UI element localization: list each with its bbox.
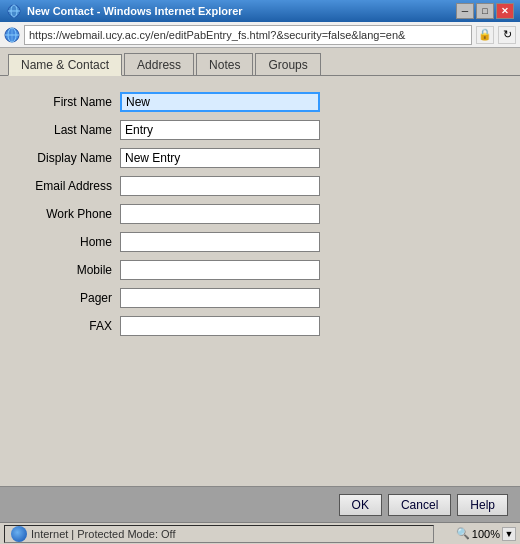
form-row: Work Phone <box>20 204 500 224</box>
form-row: FAX <box>20 316 500 336</box>
browser-window: New Contact - Windows Internet Explorer … <box>0 0 520 544</box>
zoom-panel: 🔍 100% ▼ <box>436 527 516 541</box>
tab-name-&-contact[interactable]: Name & Contact <box>8 54 122 76</box>
field-label-work-phone: Work Phone <box>20 207 120 221</box>
form-row: Email Address <box>20 176 500 196</box>
zoom-level: 100% <box>472 528 500 540</box>
restore-button[interactable]: □ <box>476 3 494 19</box>
title-bar: New Contact - Windows Internet Explorer … <box>0 0 520 22</box>
form-row: Display Name <box>20 148 500 168</box>
help-button[interactable]: Help <box>457 494 508 516</box>
field-input-email-address[interactable] <box>120 176 320 196</box>
tab-notes[interactable]: Notes <box>196 53 253 75</box>
field-label-email-address: Email Address <box>20 179 120 193</box>
field-input-mobile[interactable] <box>120 260 320 280</box>
form-row: Pager <box>20 288 500 308</box>
window-controls: ─ □ ✕ <box>456 3 514 19</box>
button-bar: OK Cancel Help <box>0 486 520 522</box>
field-label-pager: Pager <box>20 291 120 305</box>
zone-text: Internet | Protected Mode: Off <box>31 528 176 540</box>
form-area: First NameLast NameDisplay NameEmail Add… <box>0 76 520 486</box>
field-label-home: Home <box>20 235 120 249</box>
minimize-button[interactable]: ─ <box>456 3 474 19</box>
cancel-button[interactable]: Cancel <box>388 494 451 516</box>
status-globe-icon <box>11 526 27 542</box>
form-row: Last Name <box>20 120 500 140</box>
form-row: First Name <box>20 92 500 112</box>
url-input[interactable] <box>24 25 472 45</box>
lock-icon: 🔒 <box>476 26 494 44</box>
ok-button[interactable]: OK <box>339 494 382 516</box>
ie-globe-icon <box>4 27 20 43</box>
field-label-first-name: First Name <box>20 95 120 109</box>
browser-icon <box>6 3 22 19</box>
field-input-home[interactable] <box>120 232 320 252</box>
status-panels: Internet | Protected Mode: Off 🔍 100% ▼ <box>4 525 516 543</box>
form-row: Home <box>20 232 500 252</box>
field-input-display-name[interactable] <box>120 148 320 168</box>
close-button[interactable]: ✕ <box>496 3 514 19</box>
address-bar: 🔒 ↻ <box>0 22 520 48</box>
status-bar: Internet | Protected Mode: Off 🔍 100% ▼ <box>0 522 520 544</box>
refresh-icon[interactable]: ↻ <box>498 26 516 44</box>
field-label-display-name: Display Name <box>20 151 120 165</box>
field-input-last-name[interactable] <box>120 120 320 140</box>
zoom-dropdown-button[interactable]: ▼ <box>502 527 516 541</box>
field-input-pager[interactable] <box>120 288 320 308</box>
field-label-mobile: Mobile <box>20 263 120 277</box>
contact-form: First NameLast NameDisplay NameEmail Add… <box>0 76 520 360</box>
window-title: New Contact - Windows Internet Explorer <box>27 5 456 17</box>
zone-panel: Internet | Protected Mode: Off <box>4 525 434 543</box>
zoom-icon: 🔍 <box>456 527 470 540</box>
tab-groups[interactable]: Groups <box>255 53 320 75</box>
tab-address[interactable]: Address <box>124 53 194 75</box>
field-input-first-name[interactable] <box>120 92 320 112</box>
field-label-fax: FAX <box>20 319 120 333</box>
form-row: Mobile <box>20 260 500 280</box>
field-input-work-phone[interactable] <box>120 204 320 224</box>
field-label-last-name: Last Name <box>20 123 120 137</box>
field-input-fax[interactable] <box>120 316 320 336</box>
tabs-bar: Name & ContactAddressNotesGroups <box>0 48 520 76</box>
